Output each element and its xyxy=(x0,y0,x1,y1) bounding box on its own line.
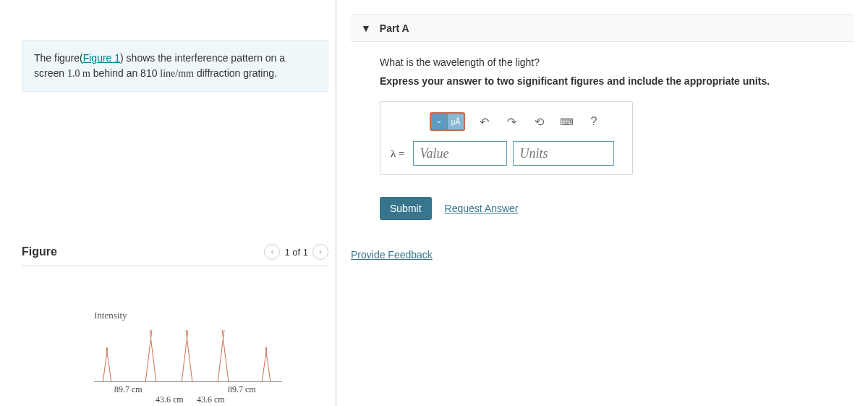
figure-prev-button[interactable]: ‹ xyxy=(264,244,280,260)
figure-image: Intensity 89.7 cm 89.7 cm 43.6 cm 43.6 c… xyxy=(22,266,328,406)
figure-link[interactable]: Figure 1 xyxy=(83,52,120,64)
figure-next-button[interactable]: › xyxy=(312,244,328,260)
question-text: What is the wavelength of the light? xyxy=(380,56,854,68)
reset-icon[interactable]: ⟲ xyxy=(530,113,548,130)
template-picker[interactable]: ▫ μÅ xyxy=(430,112,465,131)
variable-label: λ = xyxy=(388,148,407,160)
collapse-icon: ▼ xyxy=(361,22,371,34)
part-header[interactable]: ▼ Part A xyxy=(351,14,854,42)
provide-feedback-link[interactable]: Provide Feedback xyxy=(351,249,854,261)
submit-button[interactable]: Submit xyxy=(380,197,432,220)
instruction-text: Express your answer to two significant f… xyxy=(380,75,854,87)
answer-panel: ▫ μÅ ↶ ↷ ⟲ ⌨ ? λ = xyxy=(380,101,633,175)
measure-43-left: 43.6 cm xyxy=(156,394,184,405)
redo-icon[interactable]: ↷ xyxy=(503,113,520,130)
figure-pager-label: 1 of 1 xyxy=(284,247,308,258)
intro-text: The figure( xyxy=(34,52,83,64)
units-input[interactable] xyxy=(513,141,614,166)
measure-89-right: 89.7 cm xyxy=(228,384,256,395)
part-title: Part A xyxy=(380,22,409,34)
problem-intro: The figure(Figure 1) shows the interfere… xyxy=(22,40,328,92)
figure-pager: ‹ 1 of 1 › xyxy=(264,244,328,260)
figure-title: Figure xyxy=(22,245,57,258)
keyboard-icon[interactable]: ⌨ xyxy=(558,113,575,130)
intensity-label: Intensity xyxy=(94,310,127,321)
request-answer-link[interactable]: Request Answer xyxy=(445,203,519,214)
undo-icon[interactable]: ↶ xyxy=(475,113,493,130)
measure-43-right: 43.6 cm xyxy=(197,394,225,405)
measure-89-left: 89.7 cm xyxy=(114,384,142,395)
units-template-icon: μÅ xyxy=(448,114,464,130)
fraction-template-icon: ▫ xyxy=(431,114,447,130)
value-input[interactable] xyxy=(413,141,507,166)
help-icon[interactable]: ? xyxy=(585,113,603,130)
